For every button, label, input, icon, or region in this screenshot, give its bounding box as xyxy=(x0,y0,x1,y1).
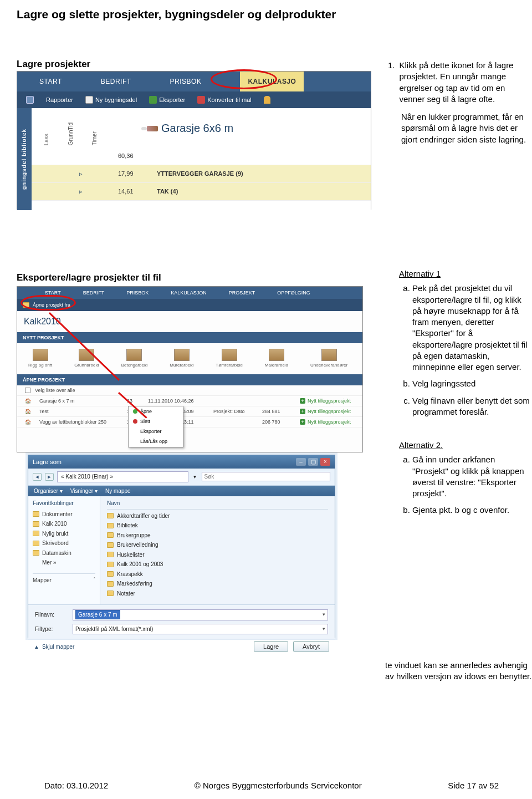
tab-prosjekt[interactable]: PROSJEKT xyxy=(229,289,255,296)
convert-template-button[interactable]: Konverter til mal xyxy=(194,96,254,104)
eksporter-button[interactable]: Eksporter xyxy=(146,96,188,104)
folders-toggle[interactable]: Mapperˆ xyxy=(33,573,95,586)
project-grid: Lass GrunnTid Timer Garasje 6x6 m 60,36 … xyxy=(32,108,371,210)
table-row[interactable]: ▹17,99YTTERVEGGER GARASJE (9) xyxy=(32,165,371,183)
breadcrumb-path[interactable]: « Kalk 2010 (Einar) » xyxy=(57,471,188,482)
ctx-export[interactable]: Eksporter xyxy=(129,426,183,436)
file-item[interactable]: Akkordtariffer og tider xyxy=(107,511,328,521)
file-item[interactable]: Bibliotek xyxy=(107,521,328,531)
list-filter-row[interactable]: Velg liste over alle xyxy=(17,385,362,396)
plus-icon: + xyxy=(300,419,305,425)
column-header-name[interactable]: Navn xyxy=(107,500,328,510)
organize-dropdown[interactable]: Organiser ▾ xyxy=(34,487,63,495)
category-item[interactable]: Tømrerarbeid xyxy=(216,349,242,369)
list-item[interactable]: 🏠Garasje 6 x 7 m 13 11.11.2010 10:46:26 … xyxy=(17,396,362,406)
app-tabbar: START BEDRIFT PRISBOK KALKULASJO xyxy=(17,72,371,91)
minimize-button[interactable]: – xyxy=(296,458,306,466)
instruction-item: Pek på det prosjektet du vil eksportere/… xyxy=(412,283,532,373)
ctx-lock[interactable]: Lås/Lås opp xyxy=(129,436,183,446)
fav-item-more[interactable]: Mer » xyxy=(33,558,95,568)
instruction-block-1: 1. Klikk på dette ikonet for å lagre pro… xyxy=(388,60,532,145)
tab-prisbok[interactable]: PRISBOK xyxy=(126,289,149,296)
tab-start[interactable]: START xyxy=(39,77,62,86)
fav-item[interactable]: Datamaskin xyxy=(33,548,95,558)
section-heading-export-projects: Eksportere/lagre prosjekter til fil xyxy=(17,272,161,284)
save-button[interactable]: Lagre xyxy=(254,641,288,652)
file-list-pane: Navn Akkordtariffer og tider Bibliotek B… xyxy=(100,496,335,604)
fav-item[interactable]: Skrivebord xyxy=(33,538,95,548)
fav-item[interactable]: Dokumenter xyxy=(33,510,95,520)
file-item[interactable]: Kravspekk xyxy=(107,569,328,579)
tab-kalkulasjon[interactable]: KALKULASJON xyxy=(171,289,207,296)
add-project-button[interactable]: +Nytt tilleggsprosjekt xyxy=(300,398,351,404)
sidebar-bygningsdel-bibliotek[interactable]: gningsdel bibliotek xyxy=(17,108,32,210)
tab-bedrift[interactable]: BEDRIFT xyxy=(83,289,105,296)
folder-icon xyxy=(107,591,114,596)
open-project-header: ÅPNE PROSJEKT xyxy=(17,374,362,385)
category-item[interactable]: Underleverandører xyxy=(310,349,347,369)
file-item[interactable]: Markedsføring xyxy=(107,579,328,589)
file-item[interactable]: Brukerveiledning xyxy=(107,540,328,550)
favorites-header: Favorittkoblinger xyxy=(33,500,95,507)
section-heading-save-projects: Lagre prosjekter xyxy=(17,58,90,71)
file-item[interactable]: Brukergruppe xyxy=(107,531,328,541)
hide-folders-toggle[interactable]: ▲Skjul mapper xyxy=(34,643,74,651)
project-title-row: Garasje 6x6 m xyxy=(142,108,233,147)
cancel-button[interactable]: Avbryt xyxy=(293,641,329,652)
col-timer: Timer xyxy=(91,123,99,145)
rapporter-button[interactable]: Rapporter xyxy=(43,96,76,104)
filetype-select[interactable]: Prosjektfil på XML format(*.xml) xyxy=(73,624,328,635)
footer-date: Dato: 03.10.2012 xyxy=(44,780,108,791)
folder-icon xyxy=(33,541,39,546)
plus-icon: + xyxy=(300,398,305,404)
folder-icon xyxy=(107,571,114,577)
category-item[interactable]: Rigg og drift xyxy=(28,349,52,369)
save-button[interactable] xyxy=(23,96,37,104)
file-item[interactable]: Notater xyxy=(107,589,328,599)
back-button[interactable]: ◄ xyxy=(33,473,42,481)
category-item[interactable]: Betongarbeid xyxy=(121,349,148,369)
template-icon xyxy=(197,96,205,104)
category-item[interactable]: Murerarbeid xyxy=(170,349,193,369)
file-item[interactable]: Kalk 2001 og 2003 xyxy=(107,559,328,569)
filename-input[interactable]: Garasje 6 x 7 m xyxy=(73,609,328,620)
category-icon xyxy=(269,349,284,361)
app-toolbar: Rapporter Ny bygningsdel Eksporter Konve… xyxy=(17,91,371,108)
tab-prisbok[interactable]: PRISBOK xyxy=(170,77,202,86)
tab-bedrift[interactable]: BEDRIFT xyxy=(101,77,131,86)
screenshot-project-list: START BEDRIFT PRISBOK KALKULASJON PROSJE… xyxy=(17,286,363,452)
new-bygningsdel-button[interactable]: Ny bygningsdel xyxy=(82,96,140,104)
dialog-toolbar: Organiser ▾ Visninger ▾ Ny mappe xyxy=(28,486,335,497)
maximize-button[interactable]: ▢ xyxy=(308,458,318,466)
close-button[interactable]: × xyxy=(320,458,330,466)
search-input[interactable] xyxy=(202,472,331,481)
folder-icon xyxy=(107,562,114,567)
dialog-titlebar: Lagre som – ▢ × xyxy=(28,455,335,469)
tab-oppfolging[interactable]: OPPFØLGING xyxy=(277,289,310,296)
ctx-delete[interactable]: Slett xyxy=(129,416,183,426)
add-project-button[interactable]: +Nytt tilleggsprosjekt xyxy=(300,419,351,425)
workspace-title: Kalk2010 xyxy=(17,311,362,332)
views-dropdown[interactable]: Visninger ▾ xyxy=(70,487,98,495)
list-item[interactable]: 🏠Test 12 11.11.2010 07:45:09 Prosjekt: D… xyxy=(17,406,362,417)
category-icon xyxy=(33,349,48,361)
screenshot-toolbar-prisbok: START BEDRIFT PRISBOK KALKULASJO Rapport… xyxy=(17,71,371,210)
table-row[interactable]: ▹14,61TAK (4) xyxy=(32,183,371,201)
fav-item[interactable]: Kalk 2010 xyxy=(33,519,95,529)
checkbox[interactable] xyxy=(25,388,30,393)
add-project-button[interactable]: +Nytt tilleggsprosjekt xyxy=(300,408,351,415)
alt1-heading: Alternativ 1 xyxy=(399,268,532,279)
filetype-label: Filtype: xyxy=(35,625,68,633)
fav-item[interactable]: Nylig brukt xyxy=(33,529,95,539)
new-folder-button[interactable]: Ny mappe xyxy=(105,487,131,495)
instruction-block-2: Alternativ 1 Pek på det prosjektet du vi… xyxy=(399,268,532,522)
folder-icon xyxy=(107,532,114,538)
lock-button[interactable] xyxy=(260,96,274,104)
category-item[interactable]: Malerarbeid xyxy=(265,349,288,369)
category-icon xyxy=(222,349,237,361)
list-item[interactable]: 🏠Vegg av lettbetongblokker 250 10 03.11.… xyxy=(17,417,362,428)
folder-icon xyxy=(33,521,39,527)
file-item[interactable]: Huskelister xyxy=(107,550,328,560)
annotation-red-circle-prisbok xyxy=(211,69,277,89)
forward-button[interactable]: ► xyxy=(45,473,54,481)
